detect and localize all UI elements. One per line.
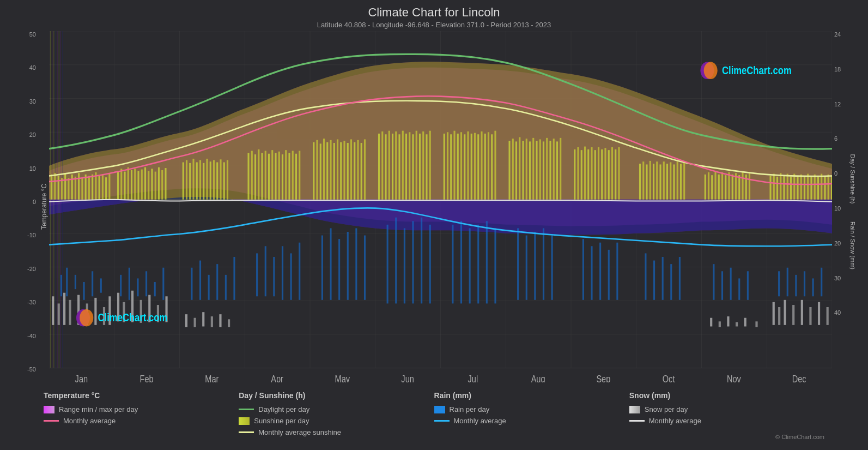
svg-rect-173 — [189, 163, 191, 200]
svg-rect-58 — [321, 236, 323, 300]
svg-rect-89 — [670, 264, 672, 300]
svg-rect-243 — [477, 134, 479, 200]
svg-rect-70 — [452, 225, 453, 304]
svg-rect-227 — [412, 134, 414, 200]
svg-rect-44 — [154, 282, 156, 296]
svg-rect-95 — [747, 271, 749, 300]
svg-rect-316 — [800, 175, 802, 200]
y-tick-left: -50 — [27, 366, 36, 373]
svg-rect-260 — [546, 138, 548, 200]
svg-rect-74 — [486, 221, 488, 303]
svg-rect-259 — [543, 141, 544, 199]
svg-rect-76 — [517, 228, 519, 299]
svg-text:Oct: Oct — [663, 373, 675, 382]
svg-rect-237 — [457, 134, 459, 200]
svg-point-342 — [704, 62, 718, 80]
svg-rect-138 — [51, 175, 52, 200]
svg-rect-264 — [560, 138, 561, 200]
svg-rect-193 — [275, 153, 276, 199]
svg-rect-292 — [683, 161, 685, 200]
y-tick-left: 20 — [29, 131, 36, 138]
svg-rect-300 — [728, 172, 730, 200]
svg-rect-270 — [591, 147, 592, 200]
legend-snow-title: Snow (mm) — [629, 391, 824, 400]
svg-rect-46 — [191, 268, 192, 300]
svg-rect-279 — [639, 164, 641, 200]
svg-rect-53 — [265, 246, 266, 296]
svg-rect-255 — [529, 141, 531, 199]
svg-rect-293 — [705, 175, 706, 200]
legend-snow-day: Snow per day — [629, 405, 824, 413]
svg-rect-253 — [522, 141, 524, 200]
svg-rect-52 — [256, 253, 258, 296]
svg-rect-273 — [601, 149, 603, 200]
svg-rect-161 — [134, 169, 136, 200]
svg-rect-145 — [75, 177, 76, 200]
y-tick-right: 12 — [834, 101, 848, 107]
svg-rect-216 — [364, 139, 366, 199]
svg-rect-306 — [749, 173, 750, 200]
svg-rect-202 — [316, 140, 318, 200]
svg-rect-90 — [679, 257, 681, 300]
svg-rect-159 — [128, 167, 129, 200]
svg-rect-164 — [144, 167, 146, 200]
svg-text:ClimeChart.com: ClimeChart.com — [722, 64, 792, 76]
svg-rect-254 — [526, 139, 527, 200]
y-tick-right: 30 — [834, 275, 848, 281]
svg-rect-210 — [343, 141, 345, 200]
svg-rect-189 — [261, 153, 263, 199]
svg-text:Mar: Mar — [205, 373, 218, 382]
legend-rain-avg: Monthly average — [434, 417, 629, 425]
y-tick-right: 6 — [834, 135, 848, 142]
svg-rect-312 — [787, 174, 788, 200]
svg-rect-125 — [719, 321, 721, 327]
y-tick-left: -30 — [27, 299, 36, 305]
svg-rect-323 — [824, 176, 825, 199]
svg-rect-197 — [288, 153, 290, 199]
svg-rect-108 — [94, 298, 96, 325]
copyright-text: © ClimeChart.com — [629, 434, 824, 440]
svg-rect-195 — [282, 154, 283, 200]
svg-rect-276 — [611, 147, 613, 200]
svg-rect-77 — [526, 236, 527, 300]
svg-rect-128 — [744, 318, 746, 327]
svg-rect-93 — [730, 268, 732, 300]
svg-rect-133 — [792, 305, 794, 325]
chart-header: Climate Chart for Lincoln Latitude 40.80… — [11, 5, 857, 29]
svg-rect-241 — [471, 134, 472, 200]
svg-rect-308 — [773, 174, 775, 200]
legend-label-daylight: Daylight per day — [258, 405, 309, 413]
svg-rect-118 — [185, 314, 187, 327]
svg-rect-232 — [429, 131, 431, 200]
y-tick-left: 40 — [29, 64, 36, 71]
svg-rect-68 — [421, 218, 422, 304]
svg-rect-143 — [68, 178, 69, 199]
legend-rain-title: Rain (mm) — [434, 391, 629, 400]
legend-temp-range: Range min / max per day — [44, 405, 239, 413]
svg-rect-224 — [402, 131, 404, 200]
legend-swatch-snow — [629, 406, 640, 413]
svg-rect-183 — [223, 163, 225, 200]
svg-rect-219 — [385, 134, 386, 200]
svg-rect-59 — [330, 228, 331, 299]
svg-rect-157 — [120, 169, 122, 200]
legend-snow: Snow (mm) Snow per day Monthly average ©… — [629, 391, 824, 440]
svg-rect-235 — [450, 134, 452, 200]
svg-rect-201 — [313, 142, 314, 200]
svg-text:Jun: Jun — [401, 373, 414, 382]
svg-rect-184 — [227, 160, 228, 200]
y-axis-left: 50 40 30 20 10 0 -10 -20 -30 -40 -50 — [11, 31, 39, 382]
svg-rect-50 — [225, 275, 227, 300]
svg-rect-213 — [354, 142, 355, 200]
svg-rect-248 — [494, 131, 496, 200]
svg-rect-171 — [183, 163, 184, 200]
svg-text:May: May — [335, 373, 350, 382]
svg-rect-267 — [581, 150, 582, 200]
svg-rect-69 — [429, 225, 431, 304]
svg-rect-299 — [725, 175, 726, 200]
chart-svg: Jan Feb Mar Apr May Jun Jul Aug Sep Oct … — [49, 31, 832, 382]
svg-rect-94 — [738, 278, 740, 299]
svg-rect-121 — [211, 316, 213, 327]
svg-rect-130 — [773, 302, 775, 325]
svg-rect-196 — [285, 150, 287, 200]
